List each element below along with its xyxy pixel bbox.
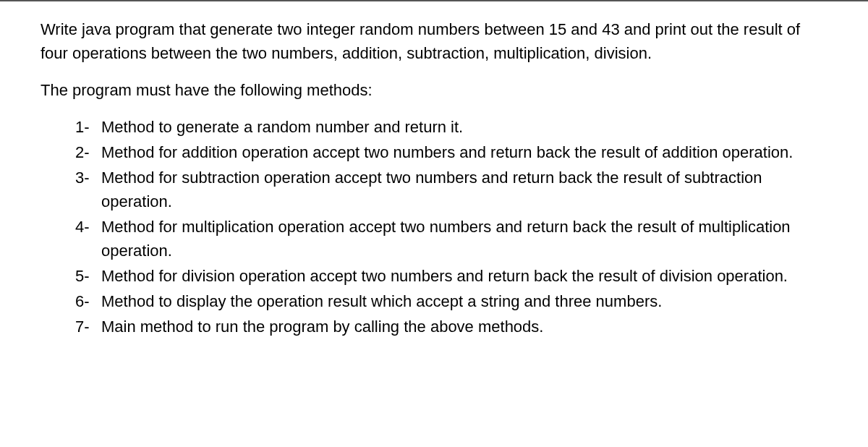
list-item: 1- Method to generate a random number an… xyxy=(75,115,827,139)
list-text: Method to display the operation result w… xyxy=(101,289,827,313)
list-number: 5- xyxy=(75,264,101,288)
list-item: 6- Method to display the operation resul… xyxy=(75,289,827,313)
list-text: Method for subtraction operation accept … xyxy=(101,166,827,213)
list-item: 7- Main method to run the program by cal… xyxy=(75,315,827,339)
list-number: 7- xyxy=(75,315,101,339)
list-item: 5- Method for division operation accept … xyxy=(75,264,827,288)
list-number: 6- xyxy=(75,289,101,313)
list-number: 2- xyxy=(75,140,101,164)
list-item: 2- Method for addition operation accept … xyxy=(75,140,827,164)
list-text: Method for division operation accept two… xyxy=(101,264,827,288)
methods-heading: The program must have the following meth… xyxy=(41,78,827,102)
assignment-intro: Write java program that generate two int… xyxy=(41,17,827,65)
list-item: 4- Method for multiplication operation a… xyxy=(75,215,827,263)
methods-list: 1- Method to generate a random number an… xyxy=(41,115,827,339)
list-text: Method to generate a random number and r… xyxy=(101,115,827,139)
list-item: 3- Method for subtraction operation acce… xyxy=(75,166,827,213)
list-text: Main method to run the program by callin… xyxy=(101,315,827,339)
list-number: 1- xyxy=(75,115,101,139)
list-text: Method for multiplication operation acce… xyxy=(101,215,827,263)
list-text: Method for addition operation accept two… xyxy=(101,140,827,164)
list-number: 3- xyxy=(75,166,101,213)
list-number: 4- xyxy=(75,215,101,263)
